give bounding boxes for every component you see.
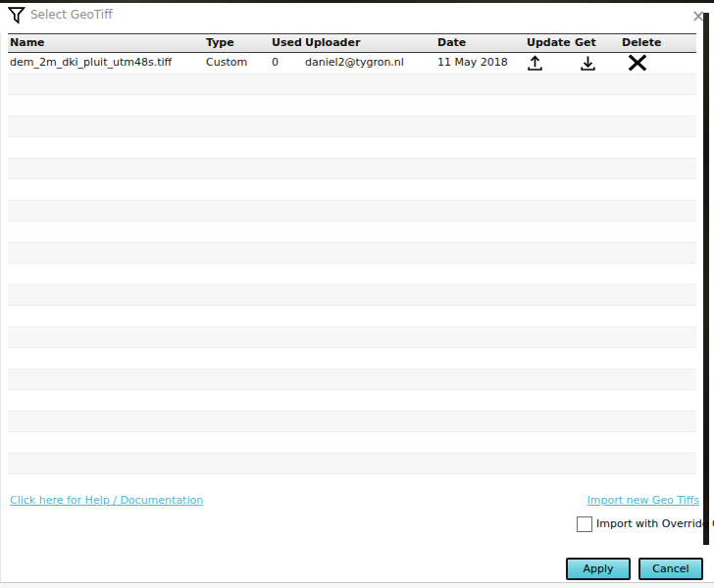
column-header-uploader: Uploader [305, 34, 360, 52]
table-empty-rows [8, 74, 696, 474]
download-icon[interactable] [579, 54, 598, 72]
override-crs-checkbox[interactable] [577, 516, 592, 532]
table-header: Name Type Used Uploader Date Update Get … [8, 33, 696, 53]
table-row-empty [8, 348, 696, 369]
table-row-empty [8, 326, 696, 348]
table-row-empty [8, 74, 696, 95]
cancel-button[interactable]: Cancel [638, 558, 703, 580]
table-row-empty [8, 306, 696, 327]
override-crs-label: Import with Override Crs [596, 517, 714, 530]
row-date-cell: 11 May 2018 [437, 52, 508, 74]
table-row-empty [8, 284, 696, 306]
close-icon[interactable]: × [684, 3, 713, 29]
column-header-name: Name [10, 34, 45, 52]
table-row-empty [8, 116, 696, 137]
table-row-empty [8, 200, 696, 221]
table-row-empty [8, 158, 696, 179]
table-body: dem_2m_dki_pluit_utm48s.tiff Custom 0 da… [8, 52, 696, 474]
column-header-used: Used [272, 34, 302, 52]
funnel-icon [8, 7, 26, 24]
title-bar: Select GeoTiff × [0, 3, 703, 32]
background-bottom-edge [0, 583, 714, 588]
table-row-empty [8, 432, 696, 454]
apply-button[interactable]: Apply [566, 558, 631, 580]
table-row-empty [8, 137, 696, 159]
column-header-update: Update [527, 34, 571, 52]
row-name-cell: dem_2m_dki_pluit_utm48s.tiff [10, 52, 172, 74]
table-row-empty [8, 179, 696, 201]
column-header-get: Get [575, 34, 596, 52]
table-row-empty [8, 453, 696, 474]
upload-icon[interactable] [526, 54, 545, 72]
column-header-delete: Delete [622, 34, 662, 52]
table-row-empty [8, 221, 696, 243]
column-header-date: Date [437, 34, 466, 52]
table-row-empty [8, 368, 696, 390]
row-type-cell: Custom [206, 52, 247, 74]
window-title: Select GeoTiff [30, 8, 112, 22]
table-row-empty [8, 264, 696, 285]
table-row[interactable]: dem_2m_dki_pluit_utm48s.tiff Custom 0 da… [8, 52, 696, 74]
table-row-empty [8, 411, 696, 432]
column-header-type: Type [206, 34, 234, 52]
background-app-right-edge [703, 13, 709, 545]
import-new-geotiffs-link[interactable]: Import new Geo Tiffs [586, 494, 699, 507]
table-row-empty [8, 390, 696, 412]
table-row-empty [8, 95, 696, 117]
table-row-empty [8, 242, 696, 264]
dialog-left-border [0, 3, 1, 582]
row-uploader-cell: daniel2@tygron.nl [305, 52, 404, 74]
help-documentation-link[interactable]: Click here for Help / Documentation [10, 494, 203, 507]
delete-x-icon[interactable] [628, 54, 647, 72]
row-used-cell: 0 [272, 52, 279, 74]
